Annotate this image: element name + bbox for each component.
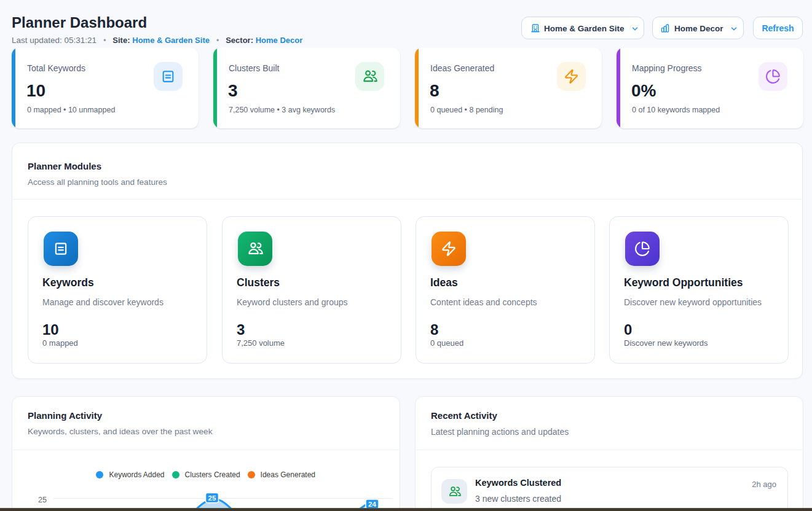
svg-text:25: 25: [38, 496, 47, 504]
svg-text:24: 24: [368, 501, 376, 508]
svg-text:25: 25: [208, 494, 216, 502]
